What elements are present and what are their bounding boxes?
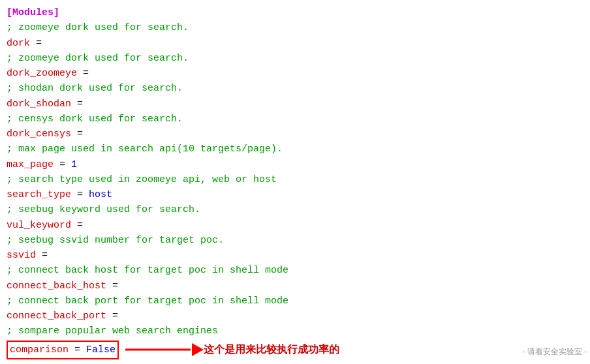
annotation-arrow-container bbox=[125, 343, 204, 356]
key-dork-censys: dork_censys bbox=[7, 127, 71, 142]
val-max-page: 1 bbox=[65, 157, 77, 172]
line-modules: [Modules] bbox=[7, 5, 583, 20]
line-connect-back-host: connect_back_host = bbox=[7, 279, 583, 294]
key-dork-shodan: dork_shodan bbox=[7, 97, 71, 112]
op-9: = bbox=[106, 279, 118, 294]
key-dork-zoomeye: dork_zoomeye bbox=[7, 66, 77, 81]
comment-connect-back-host: ; connect back host for target poc in sh… bbox=[7, 263, 288, 278]
comment-censys-dork: ; censys dork used for search. bbox=[7, 112, 183, 127]
annotation-chinese-text: 这个是用来比较执行成功率的 bbox=[204, 342, 339, 358]
comparison-highlighted: comparison = False bbox=[7, 341, 119, 359]
line-connect-back-port: connect_back_port = bbox=[7, 309, 583, 324]
op-8: = bbox=[36, 248, 48, 263]
val-search-type: host bbox=[83, 187, 112, 202]
comment-ssvid: ; seebug ssvid number for target poc. bbox=[7, 233, 224, 248]
line-comment-9: ; connect back host for target poc in sh… bbox=[7, 263, 583, 278]
line-comment-7: ; seebug keyword used for search. bbox=[7, 202, 583, 217]
line-dork-zoomeye: dork_zoomeye = bbox=[7, 66, 583, 81]
key-dork: dork bbox=[7, 36, 30, 51]
line-vul-keyword: vul_keyword = bbox=[7, 218, 583, 233]
key-comparison: comparison bbox=[10, 344, 69, 356]
line-comment-3: ; shodan dork used for search. bbox=[7, 81, 583, 96]
op-10: = bbox=[106, 309, 118, 324]
line-dork-shodan: dork_shodan = bbox=[7, 97, 583, 112]
line-comment-6: ; search type used in zoomeye api, web o… bbox=[7, 172, 583, 187]
line-max-page: max_page = 1 bbox=[7, 157, 583, 172]
modules-header: [Modules] bbox=[7, 5, 59, 20]
line-ssvid: ssvid = bbox=[7, 248, 583, 263]
watermark: - 请看安全实验室 - bbox=[522, 346, 587, 358]
line-comment-11: ; sompare popular web search engines bbox=[7, 324, 583, 339]
val-comparison: False bbox=[80, 344, 116, 356]
op-11: = bbox=[69, 344, 80, 356]
comment-or: or bbox=[236, 172, 247, 187]
key-vul-keyword: vul_keyword bbox=[7, 218, 71, 233]
key-connect-back-host: connect_back_host bbox=[7, 279, 106, 294]
comment-host: host bbox=[247, 172, 277, 187]
op-7: = bbox=[71, 218, 83, 233]
key-ssvid: ssvid bbox=[7, 248, 36, 263]
op-3: = bbox=[71, 97, 83, 112]
line-comment-5: ; max page used in search api(10 targets… bbox=[7, 142, 583, 157]
line-comment-4: ; censys dork used for search. bbox=[7, 112, 583, 127]
line-comment-8: ; seebug ssvid number for target poc. bbox=[7, 233, 583, 248]
comment-seebug-keyword: ; seebug keyword used for search. bbox=[7, 202, 200, 217]
red-arrow-icon bbox=[125, 343, 204, 356]
op-1: = bbox=[30, 36, 42, 51]
key-connect-back-port: connect_back_port bbox=[7, 309, 106, 324]
line-comment-10: ; connect back port for target poc in sh… bbox=[7, 294, 583, 309]
line-search-type: search_type = host bbox=[7, 187, 583, 202]
annotation-row: comparison = False 这个是用来比较执行成功率的 bbox=[7, 341, 583, 359]
key-search-type: search_type bbox=[7, 187, 71, 202]
line-dork-censys: dork_censys = bbox=[7, 127, 583, 142]
op-5: = bbox=[54, 157, 65, 172]
comment-zoomeye-dork-2: ; zoomeye dork used for search. bbox=[7, 51, 189, 66]
op-2: = bbox=[77, 66, 89, 81]
comment-max-page: ; max page used in search api(10 targets… bbox=[7, 142, 283, 157]
comment-sompare: ; sompare popular web search engines bbox=[7, 324, 218, 339]
comment-shodan-dork: ; shodan dork used for search. bbox=[7, 81, 183, 96]
op-6: = bbox=[71, 187, 83, 202]
line-comment-1: ; zoomeye dork used for search. bbox=[7, 20, 583, 35]
op-4: = bbox=[71, 127, 83, 142]
line-dork: dork = bbox=[7, 36, 583, 51]
comment-connect-back-port: ; connect back port for target poc in sh… bbox=[7, 294, 288, 309]
key-max-page: max_page bbox=[7, 157, 54, 172]
code-area: [Modules] ; zoomeye dork used for search… bbox=[0, 0, 590, 364]
comment-zoomeye-dork: ; zoomeye dork used for search. bbox=[7, 20, 189, 35]
comment-search-type: ; search type used in zoomeye api, web bbox=[7, 172, 236, 187]
line-comment-2: ; zoomeye dork used for search. bbox=[7, 51, 583, 66]
